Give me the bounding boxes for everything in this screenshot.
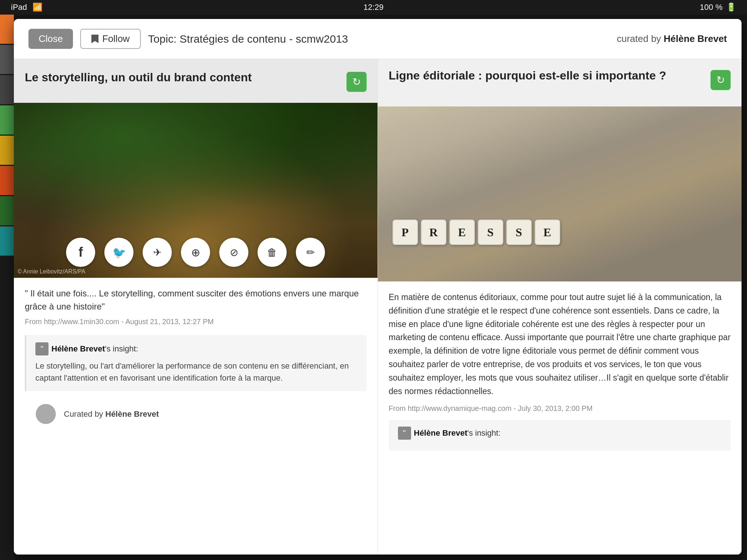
facebook-icon: f: [78, 245, 83, 260]
article-card-1: Le storytelling, un outil du brand conte…: [14, 59, 378, 439]
article-card-2: Ligne éditoriale : pourquoi est-elle si …: [378, 59, 742, 460]
dice-E2: E: [535, 219, 560, 245]
article-1-body: " Il était une fois.... Le storytelling,…: [14, 278, 378, 439]
sidebar-item-7[interactable]: [0, 196, 14, 225]
article-1-retweet-button[interactable]: ↻: [347, 72, 367, 92]
retweet-icon: ↻: [352, 76, 361, 88]
curator-avatar-1: [36, 404, 56, 424]
send-icon: ✈: [153, 246, 162, 258]
dice-S2: S: [506, 219, 532, 245]
status-bar-right: 100 % 🔋: [700, 3, 736, 12]
action-buttons-row: f 🐦 ✈ ⊕ ⊘: [14, 238, 378, 267]
retweet-icon-2: ↻: [716, 74, 725, 86]
article-1-title-bar: Le storytelling, un outil du brand conte…: [14, 59, 378, 103]
twitter-icon: 🐦: [112, 246, 126, 259]
article-2-image: P R E S S E: [378, 106, 742, 281]
compass-icon: ⊕: [191, 246, 200, 259]
trash-button[interactable]: 🗑: [258, 238, 287, 267]
edit-icon: ✏: [306, 246, 315, 258]
insight-box-2: " Hélène Brevet's insight:: [389, 420, 731, 451]
sidebar-item-1[interactable]: [0, 15, 14, 44]
follow-label: Follow: [102, 33, 129, 44]
article-2-title: Ligne éditoriale : pourquoi est-elle si …: [389, 68, 711, 83]
modal-topic-title: Topic: Stratégies de contenu - scmw2013: [148, 33, 609, 45]
compass-button[interactable]: ⊕: [181, 238, 210, 267]
facebook-button[interactable]: f: [66, 238, 95, 267]
curated-by-text-1: Curated by Hélène Brevet: [64, 409, 159, 419]
insight-box-1: " Hélène Brevet's insight: Le storytelli…: [25, 335, 367, 391]
send-button[interactable]: ✈: [143, 238, 172, 267]
bookmark-icon: [91, 35, 98, 43]
status-bar: iPad 📶 12:29 100 % 🔋: [0, 0, 747, 15]
link-button[interactable]: ⊘: [219, 238, 248, 267]
sidebar-item-4[interactable]: [0, 105, 14, 135]
quote-icon: ": [35, 342, 49, 355]
article-2-meta: From http://www.dynamique-mag.com - July…: [389, 404, 731, 413]
article-2-retweet-button[interactable]: ↻: [711, 70, 731, 90]
device-label: iPad: [11, 3, 27, 12]
wifi-icon: 📶: [32, 3, 42, 12]
quote-icon-2: ": [398, 427, 411, 440]
curated-by-label: curated by: [617, 33, 661, 44]
insight-text-1: Le storytelling, ou l'art d'améliorer la…: [35, 360, 357, 384]
curated-by-row-1: Curated by Hélène Brevet: [25, 398, 367, 429]
modal-curated-by: curated by Hélène Brevet: [617, 33, 727, 44]
follow-button[interactable]: Follow: [80, 29, 140, 49]
modal-content: Le storytelling, un outil du brand conte…: [14, 59, 742, 555]
sidebar-item-2[interactable]: [0, 45, 14, 74]
insight-author-name-1: Hélène Brevet's insight:: [51, 344, 138, 354]
article-1-meta: From http://www.1min30.com - August 21, …: [25, 318, 367, 326]
dice-R: R: [421, 219, 446, 245]
sidebar: [0, 15, 14, 560]
dice-S1: S: [478, 219, 503, 245]
article-1-title: Le storytelling, un outil du brand conte…: [25, 70, 347, 85]
insight-author-2: " Hélène Brevet's insight:: [398, 427, 722, 440]
sidebar-item-6[interactable]: [0, 166, 14, 195]
article-2-text: En matière de contenus éditoriaux, comme…: [389, 291, 731, 398]
modal: Close Follow Topic: Stratégies de conten…: [14, 19, 742, 555]
trash-icon: 🗑: [267, 246, 277, 258]
edit-button[interactable]: ✏: [296, 238, 325, 267]
sidebar-item-3[interactable]: [0, 75, 14, 104]
article-1-quote: " Il était une fois.... Le storytelling,…: [25, 287, 367, 313]
right-column: Ligne éditoriale : pourquoi est-elle si …: [378, 59, 742, 555]
close-button[interactable]: Close: [28, 29, 73, 49]
status-bar-left: iPad 📶: [11, 3, 42, 12]
link-icon: ⊘: [230, 246, 238, 258]
curator-name: Hélène Brevet: [664, 33, 727, 44]
article-1-image: f 🐦 ✈ ⊕ ⊘: [14, 103, 378, 278]
article-2-title-bar: Ligne éditoriale : pourquoi est-elle si …: [378, 59, 742, 106]
sidebar-item-8[interactable]: [0, 226, 14, 256]
insight-author-1: " Hélène Brevet's insight:: [35, 342, 357, 355]
dice-P: P: [392, 219, 418, 245]
status-bar-time: 12:29: [363, 3, 383, 12]
battery-label: 100 %: [700, 3, 723, 12]
left-column: Le storytelling, un outil du brand conte…: [14, 59, 378, 555]
modal-header: Close Follow Topic: Stratégies de conten…: [14, 19, 742, 59]
dice-E1: E: [449, 219, 475, 245]
presse-image: P R E S S E: [378, 106, 742, 281]
insight-author-name-2: Hélène Brevet's insight:: [414, 428, 501, 438]
article-2-body: En matière de contenus éditoriaux, comme…: [378, 281, 742, 460]
battery-icon: 🔋: [726, 3, 736, 12]
sidebar-item-5[interactable]: [0, 136, 14, 165]
twitter-button[interactable]: 🐦: [104, 238, 133, 267]
